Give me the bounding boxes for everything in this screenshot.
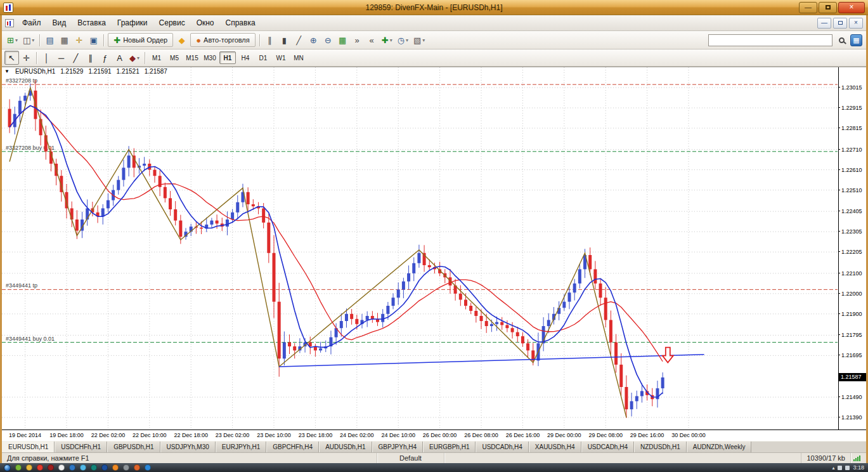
menu-item[interactable]: Сервис — [153, 16, 191, 29]
taskbar-app-icon[interactable] — [91, 464, 97, 471]
chart-tab[interactable]: USDJPYh,M30 — [160, 442, 216, 452]
data-window-button[interactable]: ▦ — [57, 33, 72, 47]
chart-bars-button[interactable]: ∥ — [262, 33, 277, 47]
tile-windows-button[interactable]: ▦ — [335, 33, 350, 47]
taskbar-app-icon[interactable] — [69, 464, 75, 471]
minimize-button[interactable]: — — [799, 2, 817, 13]
timeframe-h1-button[interactable]: H1 — [219, 51, 236, 64]
chart-area[interactable]: #3327208 tp#3327208 buy 0.01#3449441 tp#… — [2, 67, 866, 429]
zoom-out-button[interactable]: ⊖ — [321, 33, 335, 47]
periods-button[interactable]: ◷▾ — [395, 33, 411, 47]
taskbar-app-icon[interactable] — [58, 464, 65, 471]
candle-body — [216, 221, 219, 224]
chart-window-icon[interactable] — [5, 19, 14, 27]
time-axis[interactable]: 19 Dec 201419 Dec 18:0022 Dec 02:0022 De… — [2, 429, 866, 441]
terminal-button[interactable]: ▣ — [86, 33, 101, 47]
timeframe-m15-button[interactable]: M15 — [184, 51, 200, 64]
auto-scroll-button[interactable]: » — [350, 33, 365, 47]
chart-tab[interactable]: AUDUSDh,H1 — [319, 442, 372, 452]
new-order-button[interactable]: ✚Новый Ордер — [108, 33, 173, 47]
price-tick: 1.22815 — [841, 125, 862, 131]
tray-icon[interactable] — [845, 466, 850, 470]
community-button[interactable]: ▦ — [850, 34, 862, 46]
chart-tab[interactable]: EURJPYh,H1 — [216, 442, 267, 452]
price-scale[interactable]: 1.230151.229151.228151.227101.226101.225… — [838, 67, 866, 429]
taskbar-app-icon[interactable] — [112, 464, 119, 471]
chart-tab[interactable]: USDCADh,H4 — [581, 442, 634, 452]
channel-button[interactable]: ∥ — [83, 51, 98, 65]
profiles-button[interactable]: ◫▾ — [20, 33, 37, 47]
taskbar-app-icon[interactable] — [134, 464, 140, 471]
trendline-button[interactable]: ╱ — [68, 51, 83, 65]
menu-item[interactable]: Графики — [112, 16, 153, 29]
taskbar-app-icon[interactable] — [80, 464, 86, 471]
chart-tab[interactable]: EURGBPh,H1 — [423, 442, 476, 452]
chart-tab[interactable]: XAUUSDh,H4 — [529, 442, 581, 452]
taskbar-app-icon[interactable] — [101, 464, 108, 471]
fibonacci-button[interactable]: ƒ — [98, 51, 112, 65]
menu-item[interactable]: Вставка — [72, 16, 112, 29]
search-input[interactable] — [708, 34, 832, 46]
cursor-button[interactable]: ↖ — [4, 51, 19, 65]
app-icon[interactable] — [3, 3, 13, 13]
market-watch-button[interactable]: ▤ — [42, 33, 57, 47]
mdi-minimize-button[interactable]: — — [817, 18, 831, 29]
timeframe-m30-button[interactable]: M30 — [202, 51, 218, 64]
timeframe-mn-button[interactable]: MN — [290, 51, 307, 64]
indicators-button[interactable]: ✚▾ — [379, 33, 395, 47]
chart-tab[interactable]: USDCADh,H4 — [476, 442, 528, 452]
status-profile[interactable]: Default — [377, 453, 444, 463]
start-button[interactable] — [4, 464, 11, 471]
chart-tab[interactable]: EURUSDh,H1 — [2, 442, 55, 452]
vertical-line-button[interactable]: │ — [39, 51, 54, 65]
horizontal-line-button[interactable]: ─ — [54, 51, 68, 65]
taskbar-app-icon[interactable] — [48, 464, 54, 471]
templates-button[interactable]: ▧▾ — [411, 33, 427, 47]
new-chart-button[interactable]: ⊞▾ — [4, 33, 20, 47]
timeframe-h4-button[interactable]: H4 — [237, 51, 254, 64]
maximize-button[interactable] — [819, 2, 837, 13]
crosshair-button[interactable]: ✛ — [19, 51, 34, 65]
zoom-in-button[interactable]: ⊕ — [306, 33, 321, 47]
metaeditor-button[interactable]: ◆ — [174, 33, 189, 47]
clock[interactable]: 3:18 — [853, 464, 864, 471]
status-bar: Для справки, нажмите F1 Default 10390/17… — [2, 452, 866, 463]
chart-tab[interactable]: USDCHFh,H1 — [55, 442, 107, 452]
chart-tab[interactable]: AUDNZDh,Weekly — [687, 442, 752, 452]
menu-item[interactable]: Справка — [220, 16, 261, 29]
search-button[interactable] — [836, 34, 847, 46]
chart-tab[interactable]: GBPJPYh,H4 — [372, 442, 424, 452]
chart-candles-button[interactable]: ▮ — [277, 33, 292, 47]
mdi-close-button[interactable]: × — [849, 18, 863, 29]
one-click-trading-icon[interactable]: ▼ — [4, 69, 10, 74]
menu-item[interactable]: Вид — [47, 16, 72, 29]
timeframe-m1-button[interactable]: M1 — [148, 51, 165, 64]
chart-tab[interactable]: NZDUSDh,H1 — [634, 442, 687, 452]
taskbar-app-icon[interactable] — [15, 464, 22, 471]
taskbar-app-icon[interactable] — [123, 464, 129, 471]
close-button[interactable]: × — [838, 2, 865, 13]
chart-tab[interactable]: GBPUSDh,H1 — [107, 442, 160, 452]
timeframe-w1-button[interactable]: W1 — [273, 51, 289, 64]
arrows-button[interactable]: ◆▾ — [127, 51, 142, 65]
taskbar-app-icon[interactable] — [37, 464, 43, 471]
candle-body — [661, 377, 664, 388]
timeframe-m5-button[interactable]: M5 — [166, 51, 183, 64]
chart-shift-button[interactable]: « — [365, 33, 379, 47]
candle-body — [366, 316, 369, 320]
chart-plot[interactable]: #3327208 tp#3327208 buy 0.01#3449441 tp#… — [2, 67, 838, 429]
timeframe-d1-button[interactable]: D1 — [255, 51, 271, 64]
mdi-restore-button[interactable] — [833, 18, 847, 29]
tray-icon[interactable] — [838, 466, 842, 470]
autotrade-button[interactable]: ●Авто-торговля — [190, 33, 256, 47]
taskbar-app-icon[interactable] — [145, 464, 151, 471]
tray-expand-icon[interactable]: ▴ — [832, 465, 834, 471]
menu-item[interactable]: Окно — [191, 16, 220, 29]
taskbar-app-icon[interactable] — [26, 464, 32, 471]
chart-line-button[interactable]: ╱ — [292, 33, 306, 47]
text-button[interactable]: A — [112, 51, 127, 65]
navigator-button[interactable]: ✛ — [72, 33, 86, 47]
chart-tab[interactable]: GBPCHFh,H4 — [266, 442, 319, 452]
title-bar[interactable]: 129859: DivenFX-Main - [EURUSDh,H1] — × — [0, 0, 868, 15]
menu-item[interactable]: Файл — [16, 16, 47, 29]
